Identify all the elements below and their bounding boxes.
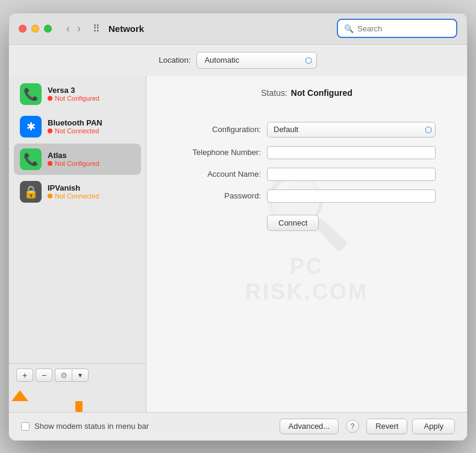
back-button[interactable]: ‹ <box>64 22 72 35</box>
password-input[interactable] <box>267 189 436 203</box>
atlas-name: Atlas <box>48 151 99 160</box>
arrow-up-icon <box>11 390 28 401</box>
connect-button[interactable]: Connect <box>267 215 319 231</box>
sidebar-item-ipvanish[interactable]: 🔒 IPVanish Not Connected <box>14 176 141 207</box>
account-input[interactable] <box>267 168 436 181</box>
bluetooth-pan-status-text: Not Connected <box>55 127 99 135</box>
versa3-name: Versa 3 <box>48 86 99 95</box>
ipvanish-icon: 🔒 <box>20 181 42 203</box>
action-network-chevron[interactable]: ▾ <box>72 369 89 382</box>
advanced-button[interactable]: Advanced... <box>280 419 339 434</box>
telephone-row: Telephone Number: <box>164 146 449 159</box>
password-label: Password: <box>164 191 261 200</box>
window-title: Network <box>108 24 144 34</box>
add-icon: + <box>22 370 27 380</box>
remove-icon: − <box>42 370 46 380</box>
search-input[interactable] <box>357 24 450 33</box>
atlas-info: Atlas Not Configured <box>48 151 99 167</box>
search-box[interactable]: 🔍 <box>337 19 457 38</box>
status-row: Status: Not Configured <box>164 88 449 98</box>
ipvanish-name: IPVanish <box>48 183 99 192</box>
watermark-text-top: PC <box>245 254 368 279</box>
telephone-input[interactable] <box>267 146 436 159</box>
sidebar-item-bluetooth-pan[interactable]: ✱ Bluetooth PAN Not Connected <box>14 111 141 142</box>
bluetooth-icon: ✱ <box>20 116 42 138</box>
sidebar-footer: + − ⊙ ▾ <box>9 363 146 387</box>
network-preferences-window: ‹ › ⠿ Network 🔍 Location: Automatic Edit… <box>8 13 468 441</box>
versa3-status-dot <box>48 96 52 101</box>
zoom-button[interactable] <box>44 25 52 33</box>
location-select-wrap: Automatic Edit Locations... ⬡ <box>196 52 317 69</box>
chevron-down-icon: ▾ <box>78 371 82 379</box>
configuration-label: Configuration: <box>164 125 261 134</box>
show-modem-check: Show modem status in menu bar <box>21 422 149 431</box>
bluetooth-pan-name: Bluetooth PAN <box>48 118 102 127</box>
versa3-status-text: Not Configured <box>55 95 99 102</box>
sidebar-item-atlas[interactable]: 📞 Atlas Not Configured <box>14 144 141 175</box>
ipvanish-status-text: Not Connected <box>55 192 99 200</box>
versa3-icon: 📞 <box>20 83 42 105</box>
configuration-select-wrap: Default ⬡ <box>267 122 436 138</box>
action-buttons: Revert Apply <box>366 419 455 434</box>
sidebar: 📞 Versa 3 Not Configured ✱ Bluetooth PAN <box>9 76 146 412</box>
atlas-status-text: Not Configured <box>55 160 99 167</box>
bluetooth-pan-status: Not Connected <box>48 127 102 135</box>
bluetooth-pan-status-dot <box>48 128 52 133</box>
main-content: 📞 Versa 3 Not Configured ✱ Bluetooth PAN <box>9 76 467 412</box>
arrow-indicator <box>11 390 146 412</box>
arrow-shaft <box>75 401 83 412</box>
password-row: Password: <box>164 189 449 203</box>
show-modem-checkbox[interactable] <box>21 422 30 431</box>
bluetooth-pan-info: Bluetooth PAN Not Connected <box>48 118 102 135</box>
bottom-bar: Show modem status in menu bar Advanced..… <box>9 412 467 440</box>
titlebar: ‹ › ⠿ Network 🔍 <box>9 13 467 45</box>
sidebar-list: 📞 Versa 3 Not Configured ✱ Bluetooth PAN <box>9 76 146 363</box>
telephone-label: Telephone Number: <box>164 148 261 157</box>
location-bar: Location: Automatic Edit Locations... ⬡ <box>9 45 467 76</box>
versa3-info: Versa 3 Not Configured <box>48 86 99 102</box>
action-network-button[interactable]: ⊙ <box>55 369 72 382</box>
detail-panel: 🔍 PC RISK.COM Status: Not Configured Con… <box>146 76 467 412</box>
traffic-lights <box>19 25 52 33</box>
atlas-status: Not Configured <box>48 160 99 167</box>
ipvanish-status-dot <box>48 194 52 198</box>
ipvanish-status: Not Connected <box>48 192 99 200</box>
versa3-status: Not Configured <box>48 95 99 102</box>
minimize-button[interactable] <box>31 25 39 33</box>
connect-button-row: Connect <box>164 211 449 231</box>
forward-button[interactable]: › <box>75 22 83 35</box>
navigation-buttons: ‹ › <box>64 22 83 35</box>
account-label: Account Name: <box>164 169 261 179</box>
search-icon: 🔍 <box>344 24 354 33</box>
revert-button[interactable]: Revert <box>366 419 407 434</box>
ipvanish-info: IPVanish Not Connected <box>48 183 99 200</box>
account-row: Account Name: <box>164 168 449 181</box>
sidebar-item-versa3[interactable]: 📞 Versa 3 Not Configured <box>14 78 141 110</box>
remove-network-button[interactable]: − <box>36 369 52 382</box>
action-combo: ⊙ ▾ <box>55 369 89 382</box>
atlas-status-dot <box>48 161 52 166</box>
watermark-text-bottom: RISK.COM <box>245 279 368 305</box>
location-select[interactable]: Automatic Edit Locations... <box>196 52 317 69</box>
close-button[interactable] <box>19 25 27 33</box>
status-value: Not Configured <box>291 88 352 98</box>
location-label: Location: <box>159 55 191 65</box>
help-button[interactable]: ? <box>346 420 359 433</box>
apply-button[interactable]: Apply <box>412 419 455 434</box>
show-modem-label: Show modem status in menu bar <box>34 422 149 431</box>
action-icon: ⊙ <box>61 371 67 379</box>
atlas-icon: 📞 <box>20 148 42 170</box>
form-area: Configuration: Default ⬡ Telephone Numbe… <box>164 122 449 231</box>
add-network-button[interactable]: + <box>16 369 33 382</box>
configuration-select[interactable]: Default <box>267 122 436 138</box>
status-label: Status: <box>261 88 287 98</box>
grid-icon: ⠿ <box>93 23 100 34</box>
configuration-row: Configuration: Default ⬡ <box>164 122 449 138</box>
